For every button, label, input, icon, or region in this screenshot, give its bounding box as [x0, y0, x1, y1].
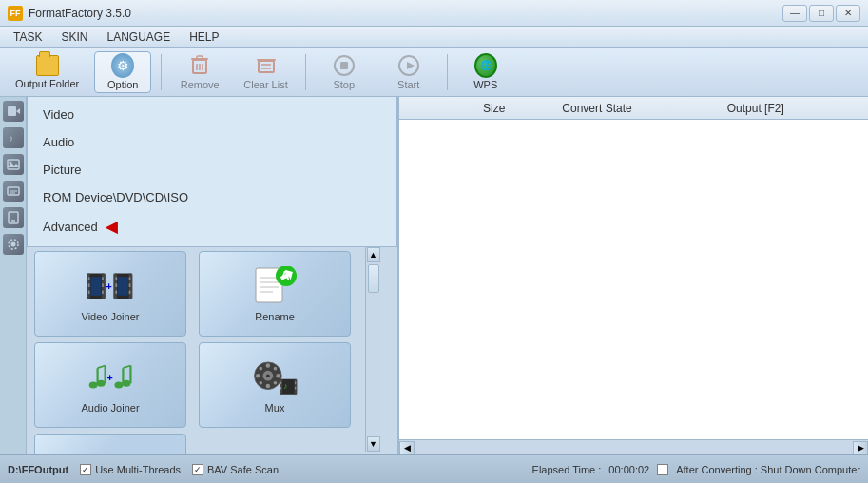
col-size: Size [483, 102, 505, 115]
svg-rect-81 [280, 381, 281, 384]
status-bar: D:\FFOutput ✓ Use Multi-Threads ✓ BAV Sa… [0, 454, 868, 483]
menu-skin[interactable]: SKIN [53, 29, 95, 46]
menu-help[interactable]: HELP [182, 29, 226, 46]
scroll-left-arrow[interactable]: ◀ [399, 441, 415, 454]
title-bar: FF FormatFactory 3.5.0 — □ ✕ [0, 0, 868, 27]
stop-button[interactable]: Stop [316, 51, 373, 93]
svg-rect-30 [88, 277, 90, 280]
multi-threads-checkbox[interactable]: ✓ [80, 464, 91, 475]
grid-area: + [34, 251, 357, 462]
scroll-thumb[interactable] [368, 264, 379, 293]
svg-point-76 [274, 367, 278, 371]
svg-line-64 [123, 366, 130, 369]
svg-point-59 [97, 380, 106, 387]
sidebar-audio-icon[interactable]: ♪ [3, 127, 24, 148]
svg-rect-79 [280, 379, 282, 395]
dropdown-advanced[interactable]: Advanced ◀ [28, 211, 396, 242]
multi-threads-item: ✓ Use Multi-Threads [80, 464, 181, 475]
svg-rect-47 [118, 277, 128, 296]
svg-point-62 [114, 381, 123, 388]
dropdown-rom-device[interactable]: ROM Device\DVD\CD\ISO [28, 184, 396, 211]
svg-point-72 [256, 374, 260, 377]
maximize-button[interactable]: □ [809, 5, 834, 22]
scroll-up-arrow[interactable]: ▲ [367, 247, 380, 262]
sidebar-picture-icon[interactable] [3, 154, 24, 175]
svg-rect-46 [129, 290, 131, 294]
mux-item[interactable]: ♪ Mux [199, 342, 351, 428]
svg-rect-80 [295, 379, 298, 395]
sidebar-subtitle-icon[interactable] [3, 181, 24, 202]
option-button[interactable]: ⚙ Option [94, 51, 151, 93]
svg-rect-45 [129, 283, 131, 287]
menu-language[interactable]: LANGUAGE [99, 29, 178, 46]
sidebar-video-icon[interactable] [3, 101, 24, 122]
svg-rect-17 [8, 160, 19, 169]
remove-button[interactable]: Remove [171, 51, 228, 93]
sidebar-device-icon[interactable] [3, 207, 24, 228]
start-button[interactable]: Start [380, 51, 437, 93]
scroll-right-arrow[interactable]: ▶ [853, 441, 868, 454]
video-joiner-icon: + [87, 265, 134, 307]
option-icon: ⚙ [111, 54, 134, 77]
svg-rect-14 [8, 106, 16, 116]
dropdown-video[interactable]: Video [28, 101, 396, 128]
close-button[interactable]: ✕ [836, 5, 860, 22]
rename-item[interactable]: A Rename [199, 251, 351, 337]
stop-icon [333, 54, 356, 77]
menu-task[interactable]: TASK [6, 29, 49, 46]
scroll-down-arrow[interactable]: ▼ [367, 436, 380, 452]
svg-point-71 [266, 384, 270, 388]
red-arrow-icon: ◀ [106, 218, 117, 236]
shutdown-label: After Converting : Shut Down Computer [676, 464, 860, 475]
start-icon [397, 54, 420, 77]
horizontal-scrollbar[interactable]: ◀ ▶ [399, 439, 868, 454]
svg-rect-36 [90, 277, 101, 296]
wps-icon: 🌐 [474, 54, 497, 77]
file-list-header: Size Convert State Output [F2] [399, 97, 868, 120]
toolbar-separator-2 [305, 54, 306, 90]
dropdown-menu: Video Audio Picture ROM Device\DVD\CD\IS… [27, 97, 397, 247]
stop-label: Stop [333, 79, 355, 90]
grid-container: + [34, 251, 357, 428]
svg-rect-7 [259, 61, 274, 72]
bav-scan-checkbox[interactable]: ✓ [192, 464, 203, 475]
sidebar-settings-icon[interactable] [3, 234, 24, 255]
col-output: Output [F2] [727, 102, 784, 115]
svg-rect-11 [340, 62, 348, 69]
vertical-scrollbar[interactable]: ▲ ▼ [365, 247, 380, 452]
svg-rect-33 [102, 277, 104, 280]
svg-rect-82 [280, 387, 281, 390]
output-folder-button[interactable]: Output Folder [8, 51, 87, 93]
advanced-label: Advanced [43, 220, 98, 234]
svg-rect-42 [115, 283, 117, 287]
mux-label: Mux [265, 402, 285, 414]
toolbar: Output Folder ⚙ Option Remove [0, 48, 868, 97]
clear-list-button[interactable]: Clear List [236, 51, 295, 93]
svg-rect-23 [9, 212, 18, 223]
shutdown-checkbox[interactable] [657, 464, 668, 475]
window-controls: — □ ✕ [782, 5, 860, 22]
file-list-content [399, 120, 868, 439]
output-path: D:\FFOutput [8, 464, 68, 475]
sidebar-icons: ♪ [0, 97, 27, 454]
wps-label: WPS [473, 79, 497, 90]
grid-scroll-area: + [27, 247, 397, 462]
bav-scan-item: ✓ BAV Safe Scan [192, 464, 279, 475]
minimize-button[interactable]: — [782, 5, 807, 22]
svg-rect-31 [88, 283, 90, 287]
svg-marker-19 [8, 164, 19, 167]
dropdown-picture[interactable]: Picture [28, 156, 396, 184]
svg-marker-15 [16, 108, 20, 114]
audio-joiner-item[interactable]: + Audio Joiner [34, 342, 186, 428]
wps-button[interactable]: 🌐 WPS [457, 51, 514, 93]
elapsed-label: Elapsed Time : [532, 464, 602, 475]
svg-rect-43 [115, 290, 117, 294]
video-joiner-item[interactable]: + [34, 251, 186, 337]
svg-point-25 [10, 242, 15, 247]
menu-bar: TASK SKIN LANGUAGE HELP [0, 27, 868, 48]
left-panel: Video Audio Picture ROM Device\DVD\CD\IS… [27, 97, 397, 454]
svg-rect-44 [129, 277, 131, 280]
dropdown-audio[interactable]: Audio [28, 128, 396, 156]
clear-list-label: Clear List [243, 79, 287, 90]
bav-scan-label: BAV Safe Scan [207, 464, 279, 475]
